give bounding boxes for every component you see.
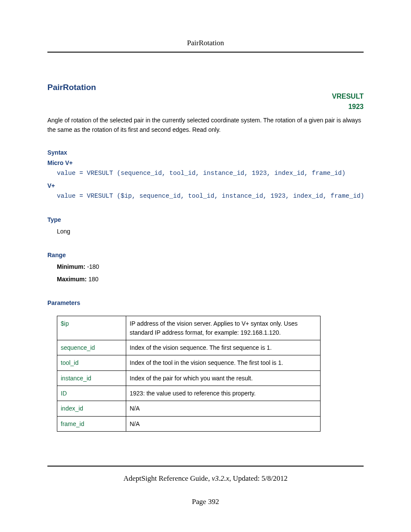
param-name: ID xyxy=(57,386,126,401)
range-min-label: Minimum: xyxy=(57,263,85,270)
parameters-table: $ip IP address of the vision server. App… xyxy=(57,316,321,431)
range-max-value: 180 xyxy=(88,276,98,283)
param-desc: Index of the vision sequence. The first … xyxy=(126,340,321,355)
syntax-micro-code: value = VRESULT (sequence_id, tool_id, i… xyxy=(57,168,364,179)
parameters-heading: Parameters xyxy=(47,299,364,306)
page-footer: AdeptSight Reference Guide, v3.2.x, Upda… xyxy=(47,466,364,506)
param-desc: N/A xyxy=(126,416,321,431)
footer-version: , v3.2.x xyxy=(208,474,229,482)
param-desc: Index of the pair for which you want the… xyxy=(126,370,321,386)
table-row: index_id N/A xyxy=(57,401,321,416)
param-name: instance_id xyxy=(57,370,126,386)
table-row: tool_id Index of the tool in the vision … xyxy=(57,355,321,370)
page-number: Page 392 xyxy=(47,498,364,506)
footer-updated: , Updated: 5/8/2012 xyxy=(229,474,288,482)
table-row: sequence_id Index of the vision sequence… xyxy=(57,340,321,355)
param-desc: Index of the tool in the vision sequence… xyxy=(126,355,321,370)
param-desc: 1923: the value used to reference this p… xyxy=(126,386,321,401)
description-text: Angle of rotation of the selected pair i… xyxy=(47,116,364,134)
syntax-vplus-label: V+ xyxy=(47,182,364,189)
syntax-micro-label: Micro V+ xyxy=(47,159,364,166)
param-desc: IP address of the vision server. Applies… xyxy=(126,316,321,340)
range-min-value: -180 xyxy=(87,263,99,270)
syntax-heading: Syntax xyxy=(47,149,364,156)
range-max-label: Maximum: xyxy=(57,276,87,283)
param-name: sequence_id xyxy=(57,340,126,355)
running-header: PairRotation xyxy=(47,39,364,53)
range-heading: Range xyxy=(47,252,364,258)
table-row: $ip IP address of the vision server. App… xyxy=(57,316,321,340)
type-value: Long xyxy=(57,226,364,237)
type-heading: Type xyxy=(47,216,364,223)
syntax-vplus-code: value = VRESULT ($ip, sequence_id, tool_… xyxy=(57,191,364,202)
footer-doc-title: AdeptSight Reference Guide xyxy=(124,474,208,482)
range-min: Minimum: -180 xyxy=(57,261,364,273)
tag-name: VRESULT xyxy=(332,91,364,102)
param-name: index_id xyxy=(57,401,126,416)
param-name: tool_id xyxy=(57,355,126,370)
param-desc: N/A xyxy=(126,401,321,416)
range-max: Maximum: 180 xyxy=(57,274,364,285)
table-row: instance_id Index of the pair for which … xyxy=(57,370,321,386)
tag-code: 1923 xyxy=(332,102,364,112)
title-row: PairRotation VRESULT 1923 xyxy=(47,83,364,92)
table-row: frame_id N/A xyxy=(57,416,321,431)
table-row: ID 1923: the value used to reference thi… xyxy=(57,386,321,401)
tag-block: VRESULT 1923 xyxy=(332,91,364,112)
param-name: frame_id xyxy=(57,416,126,431)
param-name: $ip xyxy=(57,316,126,340)
page-title: PairRotation xyxy=(47,83,364,92)
